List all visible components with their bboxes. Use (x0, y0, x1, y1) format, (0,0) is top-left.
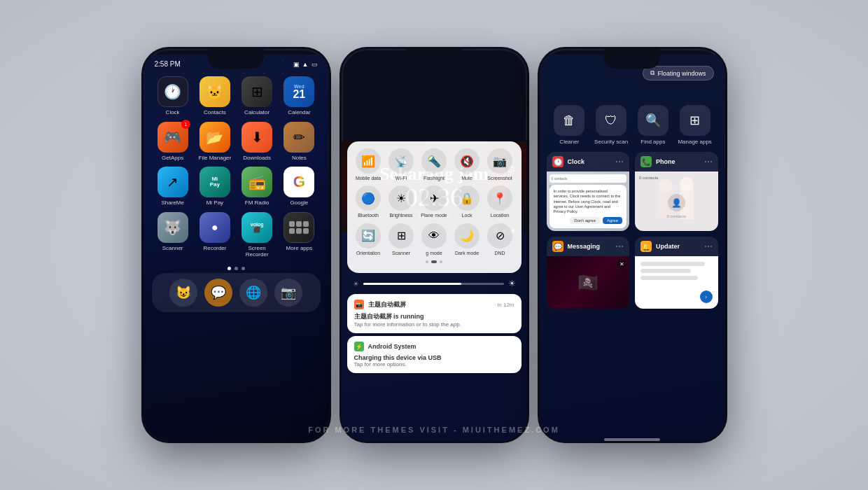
app-calendar[interactable]: Wed 21 Calendar (281, 76, 317, 116)
ctrl-lock[interactable]: 🔒 Lock (453, 186, 482, 218)
ctrl-location-label: Location (491, 213, 509, 218)
app-fmradio[interactable]: 📻 FM Radio (239, 167, 275, 206)
app-moreapps[interactable]: More apps (281, 212, 317, 258)
floating-windows-btn[interactable]: ⧉ Floating windows (643, 66, 713, 80)
ctrl-bluetooth-btn: 🔵 (356, 186, 381, 211)
ctrl-location[interactable]: 📍 Location (486, 186, 514, 218)
notif-2[interactable]: ⚡ Android System Charging this device vi… (347, 336, 522, 373)
p2-page-dots (354, 260, 514, 263)
time-display: 2:58 PM (155, 60, 181, 68)
filemanager-label: File Manager (199, 155, 232, 162)
clock-card-header: 🕐 Clock ⋯ (547, 152, 630, 172)
home-screen-bg: 2:58 PM ▣ ▲ ▭ 🕐 Clock 🐱 Conta (144, 55, 329, 441)
recent-clock-card[interactable]: 🕐 Clock ⋯ 0 contacts 0 recents ☠ (547, 152, 630, 231)
messaging-card-title: Messaging (568, 243, 612, 250)
ctrl-bluetooth-label: Bluetooth (358, 213, 379, 218)
ctrl-dnd[interactable]: ⊘ DND (486, 223, 514, 256)
recent-apps-grid: 🕐 Clock ⋯ 0 contacts 0 recents ☠ (540, 152, 725, 309)
ctrl-flashlight[interactable]: 🔦 Flashlight (420, 148, 449, 181)
shareme-icon: ↗ (158, 167, 188, 197)
app-shareme[interactable]: ↗ ShareMe (155, 167, 191, 206)
dock-icon-3[interactable]: 🌐 (239, 279, 267, 307)
dot-2 (234, 267, 238, 270)
ctrl-plane[interactable]: ✈ Plane mode (420, 186, 449, 218)
app-filemanager[interactable]: 📂 File Manager (197, 122, 233, 162)
app-recorder[interactable]: ● Recorder (197, 212, 233, 258)
agree-btn[interactable]: Agree (603, 217, 622, 224)
downloads-icon: ⬇ (241, 122, 272, 153)
action-findapps[interactable]: 🔍 Find apps (634, 105, 672, 145)
google-label: Google (290, 200, 308, 206)
ctrl-darkmode[interactable]: 🌙 Dark mode (453, 223, 482, 256)
ctrl-brightness[interactable]: ☀ Brightness (387, 186, 416, 218)
notif-2-body: Tap for more options. (354, 361, 514, 368)
ctrl-mobile-data-label: Mobile data (356, 176, 381, 181)
ctrl-scanner-btn: ⊞ (388, 223, 414, 248)
scanner-label: Scanner (162, 245, 183, 252)
app-scanner[interactable]: 🐺 Scanner (155, 212, 191, 258)
calendar-label: Calendar (288, 109, 310, 116)
dock-icon-2[interactable]: 💬 (204, 279, 232, 307)
clock-card-icon: 🕐 (552, 156, 564, 167)
ctrl-mute[interactable]: 🔇 Mute (453, 148, 482, 181)
recent-messaging-card[interactable]: 💬 Messaging ⋯ 🏴‍☠️ ✕ (547, 237, 630, 309)
phone-2: Sekarang jam 02:36 Tue, 9 Mar ⚙ 🔒 ▲ ▣ (342, 49, 527, 441)
phone-3: 12:00 ⧉ Floating windows 🗑 Cleaner 🛡 Sec… (540, 49, 725, 441)
app-getapps[interactable]: 🎮 1 GetApps (155, 122, 191, 162)
action-cleaner[interactable]: 🗑 Cleaner (551, 105, 589, 145)
brightness-control[interactable]: ☀ ☀ (347, 276, 522, 291)
brightness-low-icon: ☀ (353, 280, 359, 288)
ctrl-wifi[interactable]: 📡 Wi-Fi (387, 148, 416, 181)
notif-1[interactable]: 📸 主题自动截屏 · in 12m 主题自动截屏 is running Tap … (347, 294, 522, 333)
app-contacts[interactable]: 🐱 Contacts (197, 76, 233, 116)
ctrl-bluetooth[interactable]: 🔵 Bluetooth (354, 186, 383, 218)
app-downloads[interactable]: ⬇ Downloads (239, 122, 275, 162)
phone-card-title: Phone (656, 158, 700, 165)
app-clock[interactable]: 🕐 Clock (155, 76, 191, 116)
updater-card-more[interactable]: ⋯ (704, 241, 713, 251)
downloads-label: Downloads (243, 155, 271, 162)
recent-phone-card[interactable]: 📞 Phone ⋯ (635, 152, 718, 231)
action-security[interactable]: 🛡 Security scan (592, 105, 630, 145)
control-center-bg: Sekarang jam 02:36 Tue, 9 Mar ⚙ 🔒 ▲ ▣ (342, 141, 527, 441)
cleaner-btn: 🗑 (554, 105, 584, 136)
ctrl-scanner-label: Scanner (392, 251, 410, 256)
messaging-card-more[interactable]: ⋯ (615, 241, 624, 251)
action-manageapps[interactable]: ⊞ Manage apps (676, 105, 714, 145)
security-label: Security scan (594, 139, 628, 145)
ctrl-gmode-label: g mode (426, 251, 442, 256)
recent-updater-card[interactable]: 🔔 Updater ⋯ › (635, 237, 718, 309)
ctrl-scanner[interactable]: ⊞ Scanner (387, 223, 416, 256)
ctrl-brightness-label: Brightness (389, 213, 412, 218)
ctrl-flashlight-btn: 🔦 (421, 148, 447, 174)
phone-card-screen: 0 contacts 👤 0 contacts (635, 172, 718, 231)
getapps-label: GetApps (162, 155, 183, 162)
app-mipay[interactable]: Mi Pay Mi Pay (197, 167, 233, 206)
watermark: FOR MORE THEMES VISIT - MIUITHEMEZ.COM (308, 426, 560, 434)
signal-icon: ▣ (293, 61, 300, 68)
ctrl-mobile-data[interactable]: 📶 Mobile data (354, 148, 383, 181)
p3-home-bar (604, 438, 660, 441)
app-screenrecorder[interactable]: volog ⬛ Screen Recorder (239, 212, 275, 258)
messaging-close-btn[interactable]: ✕ (617, 259, 626, 269)
app-google[interactable]: G Google (281, 167, 317, 206)
app-notes[interactable]: ✏ Notes (281, 122, 317, 162)
notif-2-header: ⚡ Android System (354, 342, 514, 351)
ctrl-gmode[interactable]: 👁 g mode (420, 223, 449, 256)
disagree-btn[interactable]: Don't agree (570, 217, 600, 224)
phone-card-more[interactable]: ⋯ (704, 157, 713, 167)
floating-windows-label: Floating windows (657, 70, 706, 77)
ctrl-dnd-label: DND (494, 251, 505, 256)
findapps-label: Find apps (640, 139, 665, 145)
clock-icon: 🕐 (158, 76, 188, 107)
clock-card-more[interactable]: ⋯ (615, 157, 624, 167)
messaging-card-icon: 💬 (552, 241, 564, 252)
app-calculator[interactable]: ⊞ Calculator (239, 76, 275, 116)
getapps-icon: 🎮 1 (158, 122, 188, 153)
ctrl-orientation[interactable]: 🔄 Orientation (354, 223, 383, 256)
updater-card-icon: 🔔 (640, 241, 652, 252)
ctrl-screenshot[interactable]: 📷 Screenshot (486, 148, 514, 181)
dock-icon-1[interactable]: 😺 (169, 279, 197, 307)
brightness-high-icon: ☀ (508, 279, 516, 288)
dock-icon-4[interactable]: 📷 (274, 279, 302, 307)
